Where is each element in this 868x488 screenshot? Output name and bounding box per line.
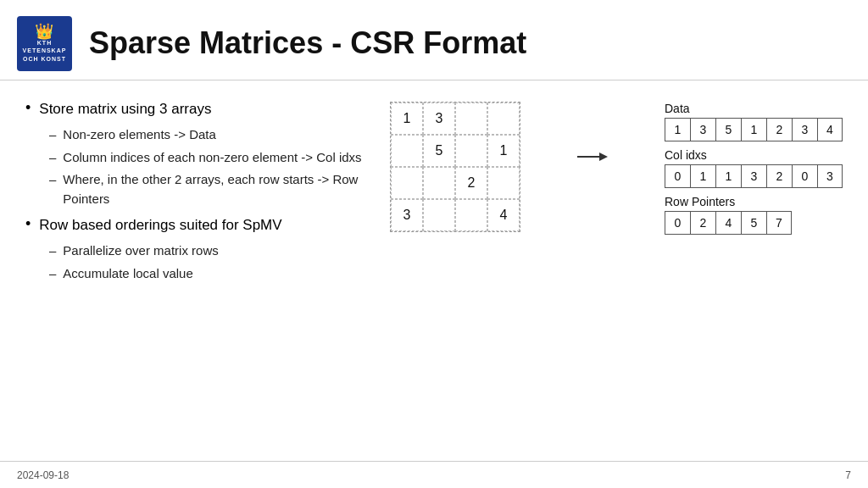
array-cell: 3 xyxy=(817,164,843,188)
csr-arrays: Data 1351234 Col idxs 0113203 Row Pointe… xyxy=(665,102,843,235)
array-cell: 5 xyxy=(715,118,741,141)
svg-marker-1 xyxy=(599,152,608,161)
sub-item-1-2-text: Column indices of each non-zero element … xyxy=(63,148,361,168)
array-cell: 0 xyxy=(665,164,690,188)
matrix-cell xyxy=(487,167,520,199)
sub-item-2-1: – Parallelize over matrix rows xyxy=(49,241,373,261)
sub-item-1-3-text: Where, in the other 2 arrays, each row s… xyxy=(63,170,373,208)
logo-subtext2: OCH KONST xyxy=(23,55,66,63)
array-cell: 1 xyxy=(715,164,741,188)
sub-item-2-2: – Accumulate local value xyxy=(49,264,373,284)
sub-list-1: – Non-zero elements -> Data – Column ind… xyxy=(49,125,373,208)
logo-subtext1: VETENSKAP xyxy=(23,47,67,54)
data-array-label: Data xyxy=(665,102,843,115)
array-cell: 1 xyxy=(665,118,690,141)
bullet-dot-1: • xyxy=(25,100,31,115)
matrix-container: 1351234 xyxy=(390,102,520,232)
colidx-array-row: 0113203 xyxy=(665,164,843,188)
array-cell: 7 xyxy=(766,211,792,235)
right-arrow-icon xyxy=(576,148,609,165)
matrix-cell xyxy=(423,167,455,199)
footer-date: 2024-09-18 xyxy=(17,469,69,481)
matrix-cell xyxy=(391,135,423,167)
dash-4: – xyxy=(49,241,56,261)
dash-5: – xyxy=(49,264,56,284)
matrix-cell xyxy=(423,199,455,231)
bullet-column: • Store matrix using 3 arrays – Non-zero… xyxy=(25,97,390,452)
array-cell: 4 xyxy=(715,211,741,235)
array-cell: 3 xyxy=(690,118,715,141)
bullet-2-text: Row based orderings suited for SpMV xyxy=(39,214,281,236)
dash-2: – xyxy=(49,148,56,168)
array-cell: 0 xyxy=(665,211,690,235)
header: 👑 KTH VETENSKAP OCH KONST Sparse Matrice… xyxy=(0,0,868,80)
matrix-grid: 1351234 xyxy=(390,102,520,232)
matrix-cell xyxy=(487,103,520,135)
sub-list-2: – Parallelize over matrix rows – Accumul… xyxy=(49,241,373,283)
bullet-1: • Store matrix using 3 arrays xyxy=(25,97,373,120)
array-cell: 1 xyxy=(690,164,715,188)
footer-page: 7 xyxy=(845,469,851,481)
sub-item-1-1: – Non-zero elements -> Data xyxy=(49,125,373,145)
array-cell: 0 xyxy=(792,164,817,188)
sub-item-1-3: – Where, in the other 2 arrays, each row… xyxy=(49,170,373,208)
sub-item-1-1-text: Non-zero elements -> Data xyxy=(63,125,216,145)
matrix-cell: 5 xyxy=(423,135,455,167)
matrix-cell xyxy=(455,135,487,167)
array-cell: 3 xyxy=(741,164,766,188)
dash-1: – xyxy=(49,125,56,145)
data-array-row: 1351234 xyxy=(665,118,843,141)
matrix-cell: 2 xyxy=(455,167,487,199)
arrow-container xyxy=(569,148,616,165)
array-cell: 2 xyxy=(766,164,792,188)
array-cell: 3 xyxy=(792,118,817,141)
array-cell: 2 xyxy=(690,211,715,235)
sub-item-1-2: – Column indices of each non-zero elemen… xyxy=(49,148,373,168)
matrix-cell: 1 xyxy=(487,135,520,167)
array-cell: 2 xyxy=(766,118,792,141)
diagram-column: 1351234 Data 1351234 Col idxs 0113203 Ro… xyxy=(390,97,843,452)
page-title: Sparse Matrices - CSR Format xyxy=(89,25,526,61)
colidx-array-label: Col idxs xyxy=(665,148,843,162)
rowptr-array-label: Row Pointers xyxy=(665,195,843,208)
matrix-cell xyxy=(455,103,487,135)
array-cell: 1 xyxy=(741,118,766,141)
matrix-cell: 1 xyxy=(391,103,423,135)
matrix-cell xyxy=(455,199,487,231)
matrix-cell: 4 xyxy=(487,199,520,231)
sub-item-2-1-text: Parallelize over matrix rows xyxy=(63,241,218,261)
bullet-dot-2: • xyxy=(25,216,31,231)
bullet-1-text: Store matrix using 3 arrays xyxy=(39,97,211,120)
dash-3: – xyxy=(49,170,56,190)
rowptr-array-row: 02457 xyxy=(665,211,843,235)
array-cell: 4 xyxy=(817,118,843,141)
footer: 2024-09-18 7 xyxy=(0,461,868,488)
matrix-cell: 3 xyxy=(423,103,455,135)
array-cell: 5 xyxy=(741,211,766,235)
kth-logo: 👑 KTH VETENSKAP OCH KONST xyxy=(17,16,72,71)
bullet-2: • Row based orderings suited for SpMV xyxy=(25,214,373,236)
matrix-cell: 3 xyxy=(391,199,423,231)
matrix-cell xyxy=(391,167,423,199)
logo-text: KTH xyxy=(37,39,52,47)
sub-item-2-2-text: Accumulate local value xyxy=(63,264,192,284)
main-content: • Store matrix using 3 arrays – Non-zero… xyxy=(0,80,868,461)
